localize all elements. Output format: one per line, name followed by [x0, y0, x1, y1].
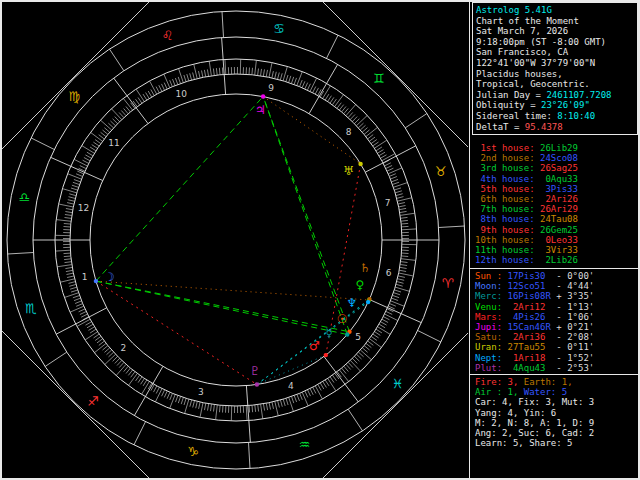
info-line: 9:18:00pm (ST -8:00 GMT) [476, 37, 634, 48]
sign-boundary [348, 409, 362, 431]
planet-row: Plut: 4Aqu43 - 2°53' [475, 363, 594, 373]
stats-row: Ang: 2, Suc: 6, Cad: 2 [475, 428, 594, 438]
info-line: DeltaT = 95.4378 [476, 122, 634, 133]
house-row: 9th house: 26Gem25 [475, 225, 578, 235]
section-divider [470, 268, 640, 269]
planet-row: Nept: 1Ari18 - 1°52' [475, 353, 594, 363]
aspect-trine [96, 97, 263, 282]
info-panel: Astrolog 5.41GChart of the MomentSat Mar… [470, 0, 640, 480]
aries-sign-glyph: ♈ [442, 276, 454, 291]
house-number: 8 [346, 127, 352, 137]
planet-row: Venu: 2Ari12 - 1°13' [475, 302, 594, 312]
mars-position-dot [324, 353, 328, 357]
saturn-glyph: ♄ [360, 261, 371, 275]
sagittarius-sign-glyph: ♐ [87, 394, 99, 409]
planet-list: Sun : 17Pis30 - 0°00'Moon: 12Sco51 - 4°4… [475, 271, 594, 373]
venus-glyph: ♀ [356, 278, 365, 292]
wheel-svg: ♈♉♊♋♌♍♎♏♐♑♒♓123456789101112☉☽☿♀♂♃♄♅♆♇ [0, 0, 470, 480]
planet-row: Moon: 12Sco51 - 4°44' [475, 281, 594, 291]
neptune-position-dot [366, 300, 370, 304]
aspect-sesquiquadrate [96, 281, 369, 300]
house-cusp [309, 64, 338, 113]
house-number: 4 [288, 381, 294, 391]
uranus-position-dot [358, 162, 362, 166]
house-cusp [134, 366, 163, 415]
house-number: 6 [386, 268, 392, 278]
house-number: 12 [78, 203, 89, 213]
sign-boundary [418, 331, 441, 343]
planet-row: Merc: 16Pis08R + 3°35' [475, 291, 594, 301]
planet-row: Uran: 27Tau55 - 0°11' [475, 342, 594, 352]
corner-diagonal [2, 2, 149, 149]
neptune-glyph: ♆ [347, 296, 358, 310]
sign-boundary [249, 443, 251, 469]
jupiter-position-dot [261, 94, 265, 98]
info-line: Obliquity = 23°26'09" [476, 100, 634, 111]
house-row: 6th house: 2Ari26 [475, 194, 578, 204]
uranus-glyph: ♅ [343, 164, 354, 178]
aspect-square [96, 281, 257, 384]
house-row: 3rd house: 26Sag25 [475, 163, 578, 173]
libra-sign-glyph: ♎ [18, 190, 30, 205]
moon-glyph: ☽ [104, 270, 115, 284]
house-number: 9 [268, 83, 274, 93]
planet-row: Sun : 17Pis30 - 0°00' [475, 271, 594, 281]
aspect-trine [96, 281, 350, 332]
sign-boundary [134, 422, 146, 445]
sign-boundary [45, 352, 67, 366]
planet-row: Satu: 2Ari36 - 2°08' [475, 332, 594, 342]
info-line: Placidus houses, [476, 69, 634, 80]
house-row: 12th house: 2Lib26 [475, 255, 578, 265]
sun-glyph: ☉ [337, 312, 348, 326]
wheel-circle [70, 74, 402, 406]
chart-info-box: Astrolog 5.41GChart of the MomentSat Mar… [472, 2, 638, 135]
mars-glyph: ♂ [309, 339, 320, 353]
house-row: 8th house: 24Tau08 [475, 214, 578, 224]
pluto-position-dot [255, 382, 259, 386]
stats-row: Learn: 5, Share: 5 [475, 438, 594, 448]
house-row: 5th house: 3Pis33 [475, 184, 578, 194]
capricorn-sign-glyph: ♑ [187, 444, 199, 459]
house-row: 1st house: 26Lib29 [475, 143, 578, 153]
sign-boundary [110, 49, 124, 71]
corner-diagonal [2, 331, 149, 478]
stats-row: Car: 4, Fix: 3, Mut: 3 [475, 397, 594, 407]
house-cusp [365, 146, 416, 172]
pisces-sign-glyph: ♓ [392, 376, 404, 391]
wheel-circle [33, 37, 439, 443]
stats-row: Yang: 4, Yin: 6 [475, 408, 594, 418]
sign-boundary [7, 253, 33, 255]
taurus-sign-glyph: ♉ [435, 164, 447, 179]
stats-row: Fire: 3, Earth: 1, [475, 377, 594, 387]
corner-diagonal [323, 333, 468, 478]
house-row: 4th house: 0Aqu33 [475, 174, 578, 184]
planet-row: Jupi: 15Can46R + 0°21' [475, 322, 594, 332]
info-line: Tropical, Geocentric. [476, 79, 634, 90]
mercury-glyph: ☿ [326, 326, 333, 340]
chart-wheel: ♈♉♊♋♌♍♎♏♐♑♒♓123456789101112☉☽☿♀♂♃♄♅♆♇ [0, 0, 470, 480]
house-number: 7 [385, 198, 391, 208]
jupiter-glyph: ♃ [255, 103, 266, 117]
aspect-trine [96, 281, 347, 334]
virgo-sign-glyph: ♍ [68, 89, 80, 104]
info-line: Chart of the Moment [476, 16, 634, 27]
cancer-sign-glyph: ♋ [273, 21, 285, 36]
house-number: 3 [198, 387, 204, 397]
house-number: 11 [108, 138, 119, 148]
astrolog-screen: ♈♉♊♋♌♍♎♏♐♑♒♓123456789101112☉☽☿♀♂♃♄♅♆♇ As… [0, 0, 640, 480]
stats-row: Air : 1, Water: 5 [475, 387, 594, 397]
planet-row: Mars: 4Pis26 - 1°06' [475, 312, 594, 322]
sign-boundary [439, 226, 465, 228]
house-row: 2nd house: 24Sco08 [475, 153, 578, 163]
info-line: Sidereal time: 8:10:40 [476, 111, 634, 122]
scorpio-sign-glyph: ♏ [25, 301, 37, 316]
house-list: 1st house: 26Lib29 2nd house: 24Sco08 3r… [475, 143, 578, 265]
element-stats: Fire: 3, Earth: 1,Air : 1, Water: 5Car: … [475, 377, 594, 448]
house-number: 5 [355, 332, 361, 342]
info-line: Julian Day = 2461107.7208 [476, 90, 634, 101]
house-cusp [56, 308, 106, 334]
house-number: 2 [121, 343, 127, 353]
mercury-position-dot [345, 332, 349, 336]
house-row: 11th house: 3Vir33 [475, 245, 578, 255]
info-line: 122°41'00"W 37°79'00"N [476, 58, 634, 69]
